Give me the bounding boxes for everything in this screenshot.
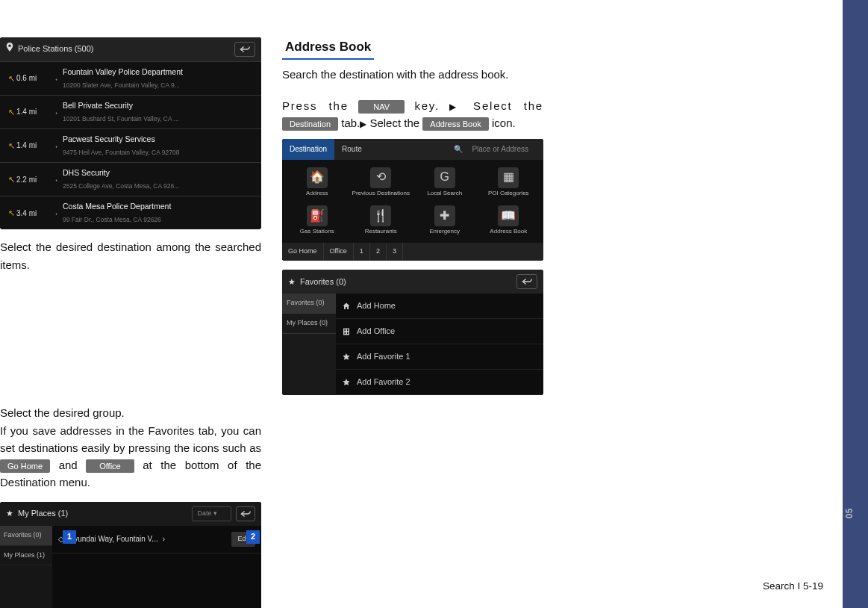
column-3: Select the desired group. If you save ad… — [0, 404, 261, 608]
tab-destination[interactable]: Destination — [282, 139, 334, 160]
fav-label: Add Office — [357, 325, 395, 338]
page: Police Stations (500) ↖ 0.6 mi ⬪ Fountai… — [0, 0, 825, 608]
cell-label: POI Categories — [478, 190, 540, 197]
chapter-number: 05 — [843, 508, 868, 518]
side-tab-myplaces[interactable]: My Places (1) — [0, 546, 52, 566]
search-field[interactable]: 🔍 Place or Address — [446, 139, 543, 160]
side-tab-favorites[interactable]: Favorites (0) — [282, 294, 336, 314]
dest-cell[interactable]: 📖Address Book — [477, 201, 541, 240]
foot-office[interactable]: Office — [324, 243, 354, 261]
fav-item[interactable]: Add Office — [336, 319, 543, 344]
fav-item[interactable]: Add Favorite 2 — [336, 370, 543, 395]
myp-row[interactable]: ◇ Hyundai Way, Fountain V... › Edit — [52, 526, 261, 553]
destination-button: Destination — [282, 117, 338, 131]
fav-side: Favorites (0) My Places (0) — [282, 294, 336, 395]
col1-caption: Select the desired destination among the… — [0, 238, 261, 273]
chapter-tab: 05 — [843, 0, 868, 608]
poi-addr: 10200 Slater Ave, Fountain Valley, CA 9.… — [63, 81, 180, 89]
dest-cell[interactable]: ✚Emergency — [413, 201, 477, 240]
place-name: Hyundai Way, Fountain V... — [69, 533, 158, 545]
fav-list: Add Home Add Office Add Favorite 1 Add F… — [336, 294, 543, 395]
pin-icon: ⬪ — [49, 72, 63, 86]
para-favorites-info: If you save addresses in the Favorites t… — [0, 422, 261, 491]
address-book-button: Address Book — [422, 117, 488, 131]
dest-grid: 🏠Address ⟲Previous Destinations GLocal S… — [282, 160, 543, 243]
back-icon[interactable] — [236, 506, 255, 521]
step-select2: Select the — [369, 117, 419, 129]
poi-header: Police Stations (500) — [0, 37, 261, 61]
dest-tabs: Destination Route 🔍 Place or Address — [282, 139, 543, 160]
page-footer: Search I 5-19 — [763, 579, 823, 595]
foot-slot[interactable]: 1 — [354, 243, 370, 261]
book-icon: 📖 — [498, 205, 519, 226]
direction-icon: ↖ — [6, 207, 16, 220]
pin-icon: ⬪ — [49, 139, 63, 153]
step-tab: tab. — [341, 117, 360, 129]
arrow-icon: ▶ — [360, 119, 366, 129]
dest-cell[interactable]: GLocal Search — [413, 163, 477, 202]
search-placeholder: Place or Address — [464, 140, 536, 158]
dest-footer: Go Home Office 1 2 3 — [282, 243, 543, 261]
fav-label: Add Home — [357, 300, 396, 312]
myp-body: Favorites (0) My Places (1) ◇ Hyundai Wa… — [0, 526, 261, 608]
pin-icon: ⬪ — [49, 105, 63, 120]
emergency-icon: ✚ — [434, 205, 455, 226]
callout-1: 1 — [63, 530, 76, 544]
poi-name: Costa Mesa Police Department — [63, 202, 171, 211]
foot-slot[interactable]: 2 — [370, 243, 387, 261]
poi-addr: 2525 College Ave, Costa Mesa, CA 926... — [63, 182, 179, 190]
address-icon: 🏠 — [307, 167, 328, 188]
nav-key-button: NAV — [358, 100, 405, 114]
poi-addr: 99 Fair Dr., Costa Mesa, CA 92626 — [63, 216, 161, 223]
dest-cell[interactable]: ⟲Previous Destinations — [349, 163, 413, 202]
direction-icon: ↖ — [6, 72, 16, 85]
tab-route[interactable]: Route — [334, 139, 369, 160]
step-key: key. — [414, 99, 440, 112]
destination-menu-screenshot: Destination Route 🔍 Place or Address 🏠Ad… — [282, 139, 543, 261]
step-press: Press the — [282, 99, 349, 112]
poi-title: Police Stations (500) — [18, 43, 94, 55]
step-select: Select the — [473, 99, 543, 112]
poi-distance: 2.2 mi — [16, 174, 49, 186]
section-heading: Address Book — [282, 37, 374, 60]
gas-icon: ⛽ — [307, 205, 328, 226]
dest-cell[interactable]: ▦POI Categories — [477, 163, 541, 202]
foot-go-home[interactable]: Go Home — [282, 243, 324, 261]
foot-slot[interactable]: 3 — [387, 243, 403, 261]
para-select-group: Select the desired group. — [0, 404, 261, 421]
poi-distance: 0.6 mi — [16, 72, 49, 84]
myp-side: Favorites (0) My Places (1) — [0, 526, 52, 608]
poi-results-screenshot: Police Stations (500) ↖ 0.6 mi ⬪ Fountai… — [0, 37, 261, 229]
poi-row[interactable]: ↖ 2.2 mi ⬪ DHS Security2525 College Ave,… — [0, 162, 261, 196]
pin-icon: ⬪ — [49, 173, 63, 187]
fav-body: Favorites (0) My Places (0) Add Home Add… — [282, 294, 543, 395]
dest-cell[interactable]: ⛽Gas Stations — [285, 201, 349, 240]
sort-select[interactable]: Date ▾ — [192, 506, 231, 521]
column-2: Address Book Search the destination with… — [282, 37, 543, 404]
poi-row[interactable]: ↖ 1.4 mi ⬪ Bell Private Security10201 Bu… — [0, 95, 261, 128]
arrow-icon: ▶ — [449, 101, 463, 111]
text-seg: If you save addresses in the Favorites t… — [0, 424, 261, 454]
back-icon[interactable] — [516, 274, 537, 289]
poi-name: DHS Security — [63, 168, 110, 177]
dest-cell[interactable]: 🍴Restaurants — [349, 201, 413, 240]
myp-title: My Places (1) — [18, 507, 68, 520]
side-tab-favorites[interactable]: Favorites (0) — [0, 526, 52, 546]
poi-row[interactable]: ↖ 1.4 mi ⬪ Pacwest Security Services9475… — [0, 128, 261, 162]
poi-row[interactable]: ↖ 0.6 mi ⬪ Fountain Valley Police Depart… — [0, 61, 261, 95]
side-tab-myplaces[interactable]: My Places (0) — [282, 314, 336, 334]
dest-cell[interactable]: 🏠Address — [285, 163, 349, 202]
pin-icon: ⬪ — [49, 206, 63, 220]
poi-row[interactable]: ↖ 3.4 mi ⬪ Costa Mesa Police Department9… — [0, 196, 261, 229]
myp-header: ★ My Places (1) Date ▾ — [0, 502, 261, 526]
sort-label: Date — [197, 509, 211, 517]
poi-distance: 3.4 mi — [16, 208, 49, 220]
fav-item[interactable]: Add Favorite 1 — [336, 344, 543, 370]
direction-icon: ↖ — [6, 140, 16, 152]
column-1: Police Stations (500) ↖ 0.6 mi ⬪ Fountai… — [0, 37, 261, 273]
go-home-button: Go Home — [0, 459, 50, 473]
back-icon[interactable] — [234, 42, 255, 57]
previous-icon: ⟲ — [370, 167, 391, 188]
restaurant-icon: 🍴 — [370, 205, 391, 226]
fav-item[interactable]: Add Home — [336, 294, 543, 319]
